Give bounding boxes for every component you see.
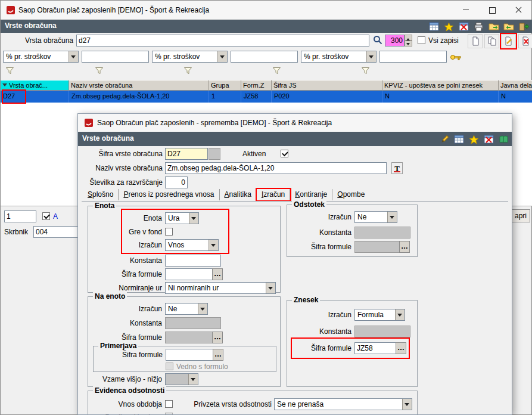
tab-kontiranje[interactable]: Kontiranje — [290, 189, 332, 200]
search-icon[interactable] — [372, 35, 383, 48]
chevron-down-icon[interactable] — [217, 51, 227, 62]
active-filter-checkbox[interactable] — [42, 212, 50, 220]
grid-delete-icon[interactable] — [458, 21, 469, 32]
printer-icon[interactable] — [473, 21, 484, 32]
aktiven-checkbox[interactable] — [281, 150, 288, 157]
group-enota: Enota Enota Ura Gre v fond Izračun Vnos … — [88, 206, 281, 293]
edit-pencil-icon[interactable] — [438, 134, 450, 145]
delete-record-button[interactable] — [518, 34, 532, 48]
key-icon[interactable] — [450, 53, 462, 64]
filter-funnel-icon[interactable] — [5, 66, 14, 78]
tab-izracun[interactable]: Izračun — [257, 189, 290, 200]
font-button[interactable]: T — [391, 162, 403, 174]
chevron-down-icon[interactable] — [395, 309, 405, 320]
filter-funnel-icon[interactable] — [95, 66, 104, 78]
tab-analitika[interactable]: Analitika — [220, 189, 257, 200]
cell-vrsta: D27 — [1, 91, 69, 103]
app-icon — [6, 5, 15, 17]
sort-order-input[interactable] — [165, 176, 188, 188]
all-records-checkbox[interactable] — [418, 36, 425, 44]
enota-formula-browse-button[interactable]: … — [212, 268, 223, 280]
folder-open-icon[interactable] — [488, 21, 499, 32]
chevron-down-icon[interactable] — [266, 283, 275, 293]
gre-v-fond-checkbox[interactable] — [165, 228, 173, 236]
vnos-obdobja-label: Vnos obdobja — [93, 398, 162, 410]
book-icon[interactable] — [498, 134, 509, 145]
edit-dialog: Saop Obračun plač zaposlenih - sprememba… — [77, 113, 512, 415]
column-header-formz[interactable]: Form.Z — [241, 80, 272, 91]
column-header-naziv[interactable]: Naziv vrste obračuna — [69, 80, 209, 91]
search-input[interactable] — [76, 35, 369, 47]
grid-icon[interactable] — [453, 134, 465, 145]
chevron-down-icon[interactable] — [189, 213, 198, 224]
chevron-down-icon[interactable] — [387, 212, 397, 222]
primerjava-formula-input[interactable] — [166, 349, 213, 361]
na-enoto-formula-browse-button[interactable]: … — [212, 332, 223, 343]
vnos-obdobja-checkbox[interactable] — [165, 400, 173, 408]
column-header-sifrajs[interactable]: Šifra JS — [272, 80, 382, 91]
chevron-down-icon[interactable] — [69, 51, 78, 62]
record-limit-spinner[interactable] — [405, 35, 412, 47]
enota-select[interactable]: Ura — [165, 212, 199, 224]
star-icon[interactable] — [468, 134, 480, 145]
spin-up-icon[interactable] — [405, 35, 412, 41]
znesek-formula-input[interactable] — [354, 342, 396, 354]
enota-formula-input[interactable] — [165, 268, 213, 280]
column-header-javna-dela[interactable]: Javna dela — [499, 80, 532, 91]
edit-record-button[interactable] — [501, 34, 516, 48]
filter-field-select-3[interactable]: % pr. stroškov — [301, 51, 377, 63]
new-record-button[interactable] — [468, 34, 483, 48]
spin-down-icon[interactable] — [405, 41, 412, 47]
znesek-formula-label: Šifra formule — [290, 342, 351, 354]
odstotek-formula-browse-button[interactable]: … — [399, 241, 410, 253]
tab-prenos-iz-posrednega-vnosa[interactable]: Prenos iz posrednega vnosa — [119, 189, 219, 200]
tab-splosno[interactable]: Splošno — [83, 189, 119, 200]
grid-icon[interactable] — [428, 21, 440, 32]
filter-value-input-3[interactable] — [379, 51, 447, 63]
table-row[interactable]: D27 Zm.obseg pedag.dela-ŠOLA-1,20 1 JZ58… — [1, 91, 532, 103]
na-enoto-izracun-select[interactable]: Ne — [165, 303, 208, 315]
primerjava-formula-label: Šifra formule — [94, 349, 163, 361]
enota-konstanta-input[interactable] — [165, 255, 221, 267]
primerjava-formula-browse-button[interactable]: … — [213, 349, 223, 361]
grid-delete-icon[interactable] — [483, 134, 494, 145]
filter-funnel-icon[interactable] — [272, 66, 281, 78]
maximize-button[interactable] — [479, 1, 505, 18]
search-label: Vrsta obračuna — [1, 35, 73, 47]
filter-field-select-2[interactable]: % pr. stroškov — [152, 51, 228, 63]
chevron-down-icon[interactable] — [198, 303, 207, 314]
column-header-vrsta[interactable]: Vrsta obrač... — [1, 80, 69, 91]
star-icon[interactable] — [443, 21, 455, 32]
na-enoto-konstanta-input — [165, 317, 221, 329]
exit-icon[interactable] — [518, 21, 529, 32]
active-filter-label: A — [53, 210, 58, 222]
code-input[interactable] — [165, 148, 208, 160]
folder-send-icon[interactable] — [503, 21, 514, 32]
filter-funnel-icon[interactable] — [183, 66, 192, 78]
filter-value-input-2[interactable] — [231, 51, 298, 63]
znesek-formula-browse-button[interactable]: … — [396, 342, 406, 354]
minimize-button[interactable] — [453, 1, 479, 18]
grid-header: Vrsta obrač... Naziv vrste obračuna Grup… — [1, 80, 532, 91]
odstotek-izracun-select[interactable]: Ne — [354, 211, 397, 223]
chevron-down-icon[interactable] — [402, 399, 412, 410]
znesek-izracun-select[interactable]: Formula — [354, 309, 405, 321]
privzeta-select[interactable]: Se ne prenaša — [274, 398, 412, 410]
tab-opombe[interactable]: Opombe — [332, 189, 369, 200]
close-button[interactable] — [505, 1, 531, 18]
filter-field-select-1[interactable]: % pr. stroškov — [3, 51, 79, 63]
record-count-input[interactable] — [4, 210, 36, 222]
filter-value-input-1[interactable] — [82, 51, 149, 63]
name-input[interactable] — [165, 162, 387, 174]
owner-input[interactable] — [33, 226, 80, 238]
duplicate-record-button[interactable] — [484, 34, 499, 48]
chevron-down-icon[interactable] — [209, 240, 218, 250]
normiranje-select[interactable]: Ni normiranih ur — [165, 282, 276, 294]
enota-izracun-select[interactable]: Vnos — [165, 239, 219, 251]
column-header-kpviz[interactable]: KPVIZ - upošteva se polni znesek — [382, 80, 499, 91]
column-header-grupa[interactable]: Grupa — [209, 80, 241, 91]
record-limit-input[interactable] — [385, 35, 405, 47]
chevron-down-icon[interactable] — [366, 51, 376, 62]
filter-funnel-icon[interactable] — [361, 66, 370, 78]
predlagaj-label: Predlagaj iz plana — [93, 411, 162, 415]
